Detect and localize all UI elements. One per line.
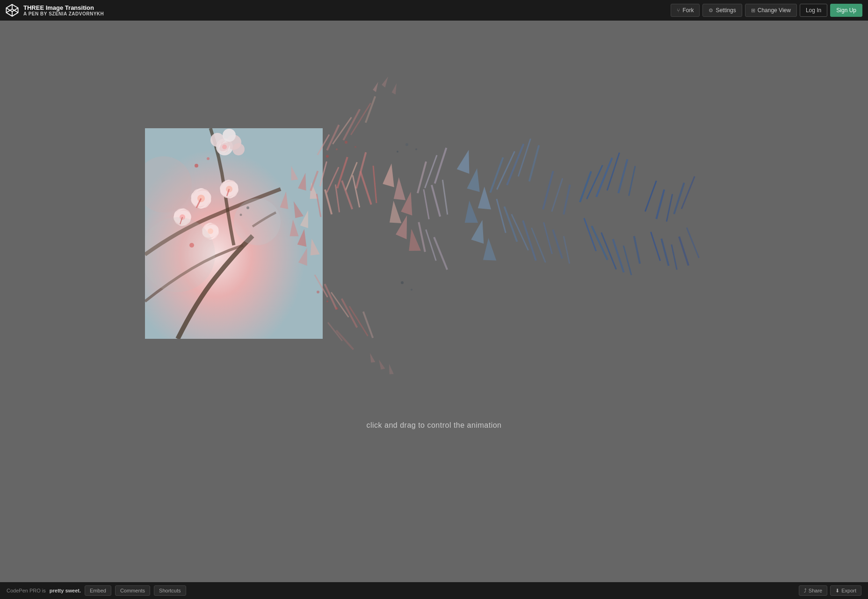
svg-point-16 [222, 145, 227, 149]
svg-point-46 [189, 243, 194, 248]
settings-icon: ⚙ [709, 7, 713, 14]
header-right: ⑂ Fork ⚙ Settings ⊞ Change View Log In S… [671, 4, 862, 17]
footer-right: ⤴ Share ⬇ Export [799, 585, 861, 596]
pen-title: THREE Image Transition [23, 4, 104, 12]
export-button[interactable]: ⬇ Export [830, 585, 861, 596]
svg-point-148 [354, 146, 356, 148]
main-canvas[interactable]: click and drag to control the animation [0, 21, 868, 582]
svg-point-42 [140, 217, 215, 292]
svg-point-149 [317, 291, 319, 293]
login-button[interactable]: Log In [800, 4, 827, 17]
svg-point-45 [207, 157, 210, 160]
codepen-logo-icon [6, 4, 19, 17]
animation-scene: click and drag to control the animation [0, 21, 868, 582]
svg-point-47 [246, 206, 249, 209]
title-block: THREE Image Transition A PEN BY Szenia Z… [23, 4, 104, 17]
change-view-button[interactable]: ⊞ Change View [745, 4, 797, 17]
share-icon: ⤴ [804, 588, 807, 593]
svg-point-48 [240, 214, 242, 216]
svg-point-154 [415, 148, 417, 150]
settings-button[interactable]: ⚙ Settings [702, 4, 742, 17]
svg-point-156 [411, 289, 412, 291]
svg-point-145 [326, 155, 329, 158]
svg-point-151 [335, 307, 338, 310]
fork-button[interactable]: ⑂ Fork [671, 4, 700, 17]
svg-rect-3 [0, 21, 868, 582]
footer-left: CodePen PRO is pretty sweet. Embed Comme… [7, 585, 186, 596]
svg-point-146 [336, 148, 338, 150]
svg-point-150 [326, 300, 328, 302]
svg-point-40 [208, 228, 213, 234]
svg-point-44 [195, 164, 198, 168]
shortcuts-button[interactable]: Shortcuts [154, 585, 186, 596]
promo-bold: pretty sweet. [50, 588, 81, 593]
svg-point-147 [345, 141, 347, 144]
promo-text: CodePen PRO is [7, 588, 46, 593]
svg-point-155 [401, 281, 404, 284]
embed-button[interactable]: Embed [85, 585, 111, 596]
svg-point-43 [234, 198, 281, 245]
share-button[interactable]: ⤴ Share [799, 585, 827, 596]
comments-button[interactable]: Comments [115, 585, 150, 596]
svg-point-10 [232, 143, 245, 155]
export-icon: ⬇ [835, 588, 839, 594]
svg-point-153 [405, 143, 408, 146]
svg-point-152 [397, 151, 398, 153]
pen-author: A PEN BY Szenia Zadvornykh [23, 11, 104, 16]
fork-icon: ⑂ [677, 7, 680, 13]
footer: CodePen PRO is pretty sweet. Embed Comme… [0, 582, 868, 599]
header: THREE Image Transition A PEN BY Szenia Z… [0, 0, 868, 21]
header-left: THREE Image Transition A PEN BY Szenia Z… [6, 4, 104, 17]
signup-button[interactable]: Sign Up [830, 4, 862, 17]
instruction-text: click and drag to control the animation [367, 421, 502, 429]
svg-point-9 [223, 129, 236, 142]
view-icon: ⊞ [751, 7, 755, 14]
